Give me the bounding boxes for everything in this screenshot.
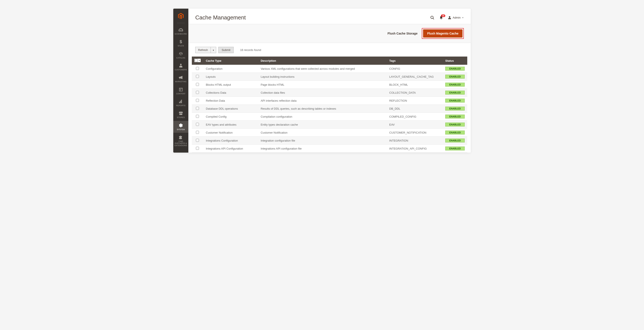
dashboard-icon: [179, 27, 183, 32]
cell-tags: CUSTOMER_NOTIFICATION: [387, 129, 443, 137]
row-check-cell: [192, 137, 203, 145]
flush-magento-cache-button[interactable]: Flush Magento Cache: [423, 29, 462, 38]
table-row: Integrations API ConfigurationIntegratio…: [192, 145, 467, 152]
cell-status: ENABLED: [443, 137, 467, 145]
header-actions: 39 Admin ▼: [430, 16, 464, 20]
cell-tags: DB_DDL: [387, 105, 443, 113]
records-found-text: 16 records found: [240, 48, 261, 52]
cell-cache-type: Integrations API Configuration: [203, 145, 258, 152]
cell-tags: LAYOUT_GENERAL_CACHE_TAG: [387, 73, 443, 81]
row-checkbox[interactable]: [196, 67, 199, 70]
table-header-row: ▼ Cache Type Description Tags Status: [192, 57, 467, 65]
cell-cache-type: EAV types and attributes: [203, 121, 258, 129]
row-check-cell: [192, 145, 203, 152]
cell-tags: CONFIG: [387, 65, 443, 73]
nav-partners[interactable]: FIND PARTNERS & EXTENSIONS: [173, 133, 188, 149]
cell-tags: BLOCK_HTML: [387, 81, 443, 89]
nav-catalog[interactable]: CATALOG: [173, 49, 188, 61]
cell-status: ENABLED: [443, 121, 467, 129]
row-checkbox[interactable]: [196, 115, 199, 118]
table-row: Collections DataCollection data filesCOL…: [192, 89, 467, 97]
nav-label: STORES: [177, 116, 185, 118]
nav-label: MARKETING: [175, 81, 186, 83]
submit-button[interactable]: Submit: [218, 47, 234, 53]
cell-cache-type: Database DDL operations: [203, 105, 258, 113]
nav-label: SYSTEM: [177, 129, 185, 131]
cell-cache-type: Compiled Config: [203, 113, 258, 121]
page-header: Cache Management 39 Admin ▼: [188, 9, 471, 24]
cell-description: Page blocks HTML: [258, 81, 387, 89]
cell-tags: INTEGRATION: [387, 137, 443, 145]
main-content: Cache Management 39 Admin ▼ Flush Cache …: [188, 9, 471, 152]
nav-marketing[interactable]: MARKETING: [173, 73, 188, 85]
row-checkbox[interactable]: [196, 107, 199, 110]
chevron-down-icon: ▼: [462, 17, 464, 19]
row-check-cell: [192, 121, 203, 129]
nav-reports[interactable]: REPORTS: [173, 97, 188, 109]
status-badge: ENABLED: [445, 91, 465, 95]
cell-description: Compilation configuration: [258, 113, 387, 121]
cell-description: Various XML configurations that were col…: [258, 65, 387, 73]
action-bar: Flush Cache Storage Flush Magento Cache: [188, 24, 471, 43]
nav-label: CATALOG: [176, 57, 185, 59]
header-cache-type[interactable]: Cache Type: [203, 57, 258, 65]
cell-cache-type: Blocks HTML output: [203, 81, 258, 89]
nav-stores[interactable]: STORES: [173, 109, 188, 121]
row-checkbox[interactable]: [196, 147, 199, 150]
row-checkbox[interactable]: [196, 91, 199, 94]
dollar-icon: $: [180, 39, 182, 44]
cell-status: ENABLED: [443, 105, 467, 113]
select-all-checkbox[interactable]: [195, 59, 198, 62]
row-checkbox[interactable]: [196, 99, 199, 102]
cell-status: ENABLED: [443, 145, 467, 152]
cell-description: Results of DDL queries, such as describi…: [258, 105, 387, 113]
nav-dashboard[interactable]: DASHBOARD: [173, 25, 188, 37]
svg-rect-4: [180, 101, 181, 103]
header-status[interactable]: Status: [443, 57, 467, 65]
table-row: ConfigurationVarious XML configurations …: [192, 65, 467, 73]
row-checkbox[interactable]: [196, 123, 199, 126]
header-select-all[interactable]: ▼: [192, 57, 203, 65]
cell-tags: INTEGRATION_API_CONFIG: [387, 145, 443, 152]
row-checkbox[interactable]: [196, 139, 199, 142]
mass-action-caret[interactable]: ▼: [211, 47, 216, 53]
row-checkbox[interactable]: [196, 75, 199, 78]
person-icon: [179, 63, 182, 68]
cell-cache-type: Layouts: [203, 73, 258, 81]
svg-line-7: [433, 18, 434, 19]
table-row: LayoutsLayout building instructionsLAYOU…: [192, 73, 467, 81]
row-check-cell: [192, 97, 203, 105]
nav-sales[interactable]: $ SALES: [173, 37, 188, 49]
cell-tags: EAV: [387, 121, 443, 129]
nav-system[interactable]: SYSTEM: [173, 121, 188, 133]
cell-status: ENABLED: [443, 73, 467, 81]
search-button[interactable]: [430, 16, 434, 20]
nav-customers[interactable]: CUSTOMERS: [173, 61, 188, 73]
table-row: Reflection DataAPI interfaces reflection…: [192, 97, 467, 105]
row-check-cell: [192, 129, 203, 137]
nav-label: CUSTOMERS: [175, 69, 187, 71]
nav-label: SALES: [178, 45, 184, 47]
megaphone-icon: [179, 75, 183, 80]
notifications-button[interactable]: 39: [439, 16, 443, 20]
nav-content[interactable]: CONTENT: [173, 85, 188, 97]
admin-menu[interactable]: Admin ▼: [448, 16, 464, 20]
flush-cache-storage-button[interactable]: Flush Cache Storage: [388, 32, 418, 35]
cell-status: ENABLED: [443, 65, 467, 73]
status-badge: ENABLED: [445, 75, 465, 79]
cell-status: ENABLED: [443, 129, 467, 137]
row-checkbox[interactable]: [196, 131, 199, 134]
cache-table: ▼ Cache Type Description Tags Status Con…: [192, 57, 467, 152]
header-description[interactable]: Description: [258, 57, 387, 65]
magento-logo-icon[interactable]: [178, 13, 184, 20]
header-tags[interactable]: Tags: [387, 57, 443, 65]
row-check-cell: [192, 113, 203, 121]
notification-count-badge: 39: [441, 15, 445, 17]
row-checkbox[interactable]: [196, 83, 199, 86]
cell-cache-type: Reflection Data: [203, 97, 258, 105]
mass-action-select[interactable]: Refresh ▼: [195, 47, 216, 53]
cell-cache-type: Integrations Configuration: [203, 137, 258, 145]
cell-description: Customer Notification: [258, 129, 387, 137]
cell-description: Collection data files: [258, 89, 387, 97]
mass-action-value[interactable]: Refresh: [195, 47, 211, 53]
